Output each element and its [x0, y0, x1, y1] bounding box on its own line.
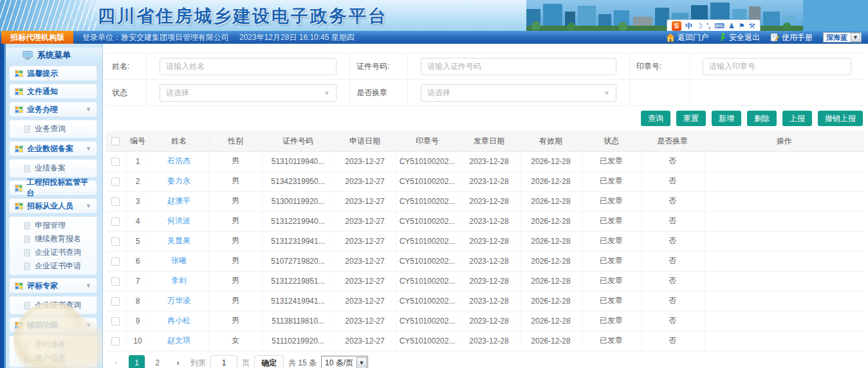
col-action: 操作	[704, 131, 864, 151]
person-name-link[interactable]: 石浩杰	[167, 156, 190, 165]
sidebar-item-bidding-practitioners[interactable]: 招标从业人员 ▼	[9, 198, 97, 214]
col-cert: 证件号码	[263, 131, 333, 151]
col-apply-date: 申请日期	[333, 131, 396, 151]
safe-exit-link[interactable]: 安全退出	[719, 32, 760, 43]
datetime-label: 2023年12月28日 16:10:45 星期四	[239, 32, 355, 43]
person-name-link[interactable]: 张曦	[171, 256, 187, 265]
row-checkbox[interactable]	[111, 237, 120, 246]
person-name-link[interactable]: 赵文琪	[167, 336, 190, 345]
cancel-report-button[interactable]: 撤销上报	[818, 111, 863, 126]
person-name-link[interactable]: 李剑	[171, 276, 187, 285]
row-checkbox[interactable]	[111, 297, 120, 306]
person-name-link[interactable]: 赵澳平	[167, 196, 190, 205]
sidebar-item-declaration-management[interactable]: 申报管理	[10, 219, 97, 232]
col-name: 姓名	[149, 131, 208, 151]
theme-select[interactable]: 深海蓝 ▼	[823, 32, 862, 42]
grid-icon	[15, 145, 23, 152]
soft-keyboard-icon[interactable]: ⌨	[714, 21, 725, 31]
main-content: 姓名: 证件号码: 印章号: 状态 请选择 ▼ 是否换章 请选择 ▼	[103, 44, 868, 368]
theme-select-value: 深海蓝	[824, 33, 850, 42]
grid-icon	[15, 203, 23, 210]
page-2-button[interactable]: 2	[149, 355, 165, 368]
seal-changed-select[interactable]: 请选择 ▼	[421, 84, 616, 102]
table-row: 4 何洪波 男 51312219940... 2023-12-27 CY5101…	[106, 211, 864, 231]
name-input[interactable]	[160, 58, 337, 75]
table-row: 3 赵澳平 男 51300119920... 2023-12-27 CY5101…	[106, 191, 864, 211]
person-name-link[interactable]: 冉小松	[167, 316, 190, 325]
sidebar-item-label: 企业数据备案	[27, 143, 73, 154]
seal-number-input[interactable]	[703, 58, 851, 75]
chinese-mode-icon[interactable]: 中	[685, 21, 692, 31]
page-1-button[interactable]: 1	[129, 355, 145, 368]
page-icon	[24, 262, 30, 270]
sidebar-item-file-notice[interactable]: 文件通知	[9, 84, 97, 99]
row-checkbox[interactable]	[111, 257, 120, 266]
sidebar-item-bidding-supervision-platform[interactable]: 工程招投标监管平台	[9, 180, 97, 196]
cert-number-input[interactable]	[421, 58, 616, 75]
ime-logo-icon[interactable]: S	[672, 21, 681, 31]
row-checkbox[interactable]	[111, 198, 120, 206]
table-row: 5 吴显果 男 51312319941... 2023-12-27 CY5101…	[106, 231, 864, 251]
select-all-checkbox[interactable]	[111, 137, 120, 145]
add-button[interactable]: 新增	[712, 111, 741, 126]
page-icon	[24, 222, 30, 230]
page-size-select[interactable]: 10 条/页 ▼	[321, 356, 368, 368]
person-name-link[interactable]: 姜力永	[167, 176, 190, 185]
sidebar-item-evaluation-experts[interactable]: 评标专家 ▼	[9, 278, 97, 293]
row-checkbox[interactable]	[111, 337, 120, 345]
grid-icon	[15, 88, 23, 95]
person-name-link[interactable]: 万华凌	[167, 296, 190, 305]
chevron-down-icon[interactable]: ▼	[851, 33, 860, 42]
version-tab[interactable]: 招标代理机构版	[1, 31, 73, 44]
return-portal-link[interactable]: 返回门户	[666, 32, 708, 43]
wrench-icon[interactable]: ⚒	[749, 21, 755, 31]
sidebar-item-enterprise-cert-query[interactable]: 企业证书查询	[10, 246, 97, 259]
skin-icon[interactable]: ⚑	[739, 21, 745, 31]
punctuation-icon[interactable]: ’,	[706, 21, 710, 31]
sidebar-subitem-label: 企业证书查询	[35, 247, 81, 258]
delete-button[interactable]: 删除	[747, 111, 777, 126]
header-stripe-decoration	[0, 0, 97, 31]
row-checkbox[interactable]	[111, 217, 120, 226]
manual-icon	[770, 33, 779, 42]
chevron-down-icon: ▼	[604, 89, 610, 97]
prev-page-button[interactable]: ‹	[108, 355, 124, 368]
sidebar-item-continuing-education[interactable]: 继续教育报名	[10, 232, 97, 246]
exit-icon	[719, 33, 726, 42]
col-seal-changed: 是否换章	[641, 131, 704, 151]
grid-icon	[15, 106, 23, 113]
person-icon[interactable]: ♟	[728, 21, 735, 31]
sidebar-item-enterprise-data-filing[interactable]: 企业数据备案 ▼	[9, 141, 97, 156]
row-checkbox[interactable]	[111, 158, 120, 166]
status-select[interactable]: 请选择 ▼	[160, 84, 337, 102]
seal-number-field-label: 印章号:	[630, 61, 661, 72]
sidebar-item-business-handling[interactable]: 业务办理 ▼	[9, 102, 97, 117]
row-checkbox[interactable]	[111, 277, 120, 286]
person-name-link[interactable]: 吴显果	[167, 236, 190, 245]
table-row: 10 赵文琪 女 51110219920... 2023-12-27 CY510…	[106, 331, 864, 351]
col-status: 状态	[582, 131, 641, 151]
sidebar-item-business-query[interactable]: 业务查询	[10, 122, 97, 136]
report-button[interactable]: 上报	[782, 111, 812, 126]
person-name-link[interactable]: 何洪波	[167, 216, 190, 225]
table-row: 2 姜力永 男 51342319950... 2023-12-27 CY5101…	[106, 171, 864, 191]
table-row: 1 石浩杰 男 51310119940... 2023-12-27 CY5101…	[106, 151, 864, 171]
row-checkbox[interactable]	[111, 178, 120, 186]
goto-page-input[interactable]	[210, 355, 237, 368]
next-page-button[interactable]: ›	[170, 355, 186, 368]
query-button[interactable]: 查询	[641, 111, 670, 126]
chevron-down-icon: ▼	[86, 145, 91, 152]
page-icon	[24, 302, 30, 309]
ime-toolbar[interactable]: S 中 ☽ ’, ⌨ ♟ ⚑ ⚒	[667, 19, 761, 31]
goto-confirm-button[interactable]: 确定	[254, 355, 284, 368]
reset-button[interactable]: 重置	[676, 111, 706, 126]
user-manual-link[interactable]: 使用手册	[770, 32, 813, 43]
sidebar-item-warm-tips[interactable]: 温馨提示	[9, 66, 97, 81]
row-checkbox[interactable]	[111, 317, 120, 326]
sidebar-subitem-label: 继续教育报名	[35, 234, 81, 244]
half-width-moon-icon[interactable]: ☽	[696, 21, 703, 31]
status-select-value: 请选择	[166, 87, 189, 98]
sidebar-item-enterprise-cert-apply[interactable]: 企业证书申请	[10, 259, 97, 273]
sidebar-item-performance-filing[interactable]: 业绩备案	[10, 161, 97, 175]
records-table: 编号 姓名 性别 证件号码 申请日期 印章号 发章日期 有效期 状态 是否换章 …	[106, 131, 864, 351]
